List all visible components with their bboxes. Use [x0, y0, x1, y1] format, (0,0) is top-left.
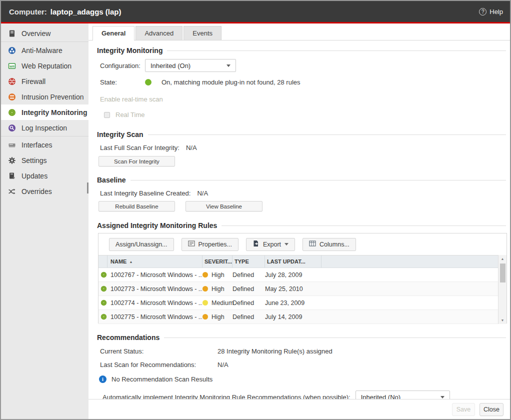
anti-malware-icon	[8, 46, 16, 54]
tab-advanced[interactable]: Advanced	[136, 26, 182, 40]
table-row[interactable]: 1002774 - Microsoft Windows - ... Medium…	[98, 296, 498, 310]
help-label: Help	[490, 8, 503, 16]
rule-last-updated: May 25, 2010	[265, 286, 322, 292]
rules-toolbar: Assign/Unassign... Properties... Export	[98, 234, 506, 255]
sidebar-item-label: Integrity Monitoring	[22, 108, 87, 116]
column-header-name[interactable]: NAME▲	[108, 256, 202, 268]
scrollbar-thumb[interactable]	[500, 264, 506, 282]
help-button[interactable]: ? Help	[479, 8, 503, 16]
scan-for-integrity-button[interactable]: Scan For Integrity	[98, 156, 175, 166]
table-row[interactable]: 1002773 - Microsoft Windows - ... High D…	[98, 282, 498, 296]
rule-name: 1002774 - Microsoft Windows - ...	[108, 300, 202, 306]
severity-label: Medium	[212, 300, 234, 306]
sidebar-item-label: Overrides	[22, 188, 52, 196]
scroll-down-icon[interactable]: ▼	[498, 316, 506, 324]
sidebar-item-overview[interactable]: Overview	[1, 26, 88, 41]
tab-bar: General Advanced Events	[88, 24, 510, 40]
rule-name: 1002773 - Microsoft Windows - ...	[108, 286, 202, 292]
state-value: On, matching module plug-in not found, 2…	[162, 78, 300, 86]
columns-icon	[309, 240, 316, 248]
enable-realtime-scan-label: Enable real-time scan	[97, 96, 506, 103]
rule-last-updated: July 14, 2009	[265, 314, 322, 320]
state-label: State:	[100, 78, 145, 86]
rebuild-baseline-button[interactable]: Rebuild Baseline	[98, 201, 175, 212]
svg-text:WR: WR	[10, 64, 15, 68]
last-baseline-value: N/A	[197, 190, 208, 197]
last-baseline-label: Last Integrity Baseline Created:	[100, 190, 190, 197]
last-full-scan-label: Last Full Scan For Integrity:	[100, 144, 180, 152]
section-title-recommendations: Recommendations	[97, 334, 506, 342]
section-title-integrity-scan: Integrity Scan	[97, 130, 506, 138]
severity-label: High	[212, 314, 224, 320]
rule-name: 1002775 - Microsoft Windows - ...	[108, 314, 202, 320]
chevron-down-icon	[284, 243, 288, 246]
real-time-checkbox[interactable]	[104, 112, 110, 118]
column-header-type[interactable]: TYPE	[232, 256, 265, 268]
column-header-last-updated[interactable]: LAST UPDAT...	[265, 256, 322, 268]
web-reputation-icon: WR	[8, 62, 16, 70]
severity-dot	[202, 286, 208, 292]
sidebar-item-firewall[interactable]: Firewall	[1, 74, 88, 89]
auto-implement-label: Automatically implement Integrity Monito…	[102, 394, 350, 399]
info-icon: i	[99, 376, 106, 383]
close-button[interactable]: Close	[480, 403, 504, 416]
rules-table-header: NAME▲ SEVERIT... TYPE LAST UPDAT...	[98, 255, 498, 268]
gear-icon	[8, 156, 16, 164]
severity-dot	[202, 272, 208, 278]
sidebar-item-label: Updates	[22, 172, 48, 180]
updates-icon	[8, 172, 16, 180]
sidebar-item-label: Log Inspection	[22, 124, 67, 132]
sidebar-item-interfaces[interactable]: Interfaces	[1, 137, 88, 152]
rule-name: 1002767 - Microsoft Windows - ...	[108, 272, 202, 278]
sidebar-item-updates[interactable]: Updates	[1, 168, 88, 184]
tab-general[interactable]: General	[92, 26, 134, 40]
rule-type: Defined	[232, 300, 265, 306]
export-button[interactable]: Export	[246, 238, 295, 251]
integrity-rule-icon	[98, 314, 108, 320]
tab-events[interactable]: Events	[184, 26, 222, 40]
table-scrollbar[interactable]: ▲ ▼	[498, 255, 506, 324]
sidebar-item-intrusion-prevention[interactable]: Intrusion Prevention	[1, 89, 88, 104]
view-baseline-button[interactable]: View Baseline	[186, 201, 262, 212]
section-title-integrity-monitoring: Integrity Monitoring	[97, 46, 506, 54]
save-button[interactable]: Save	[452, 403, 475, 416]
configuration-value: Inherited (On)	[150, 62, 190, 70]
overview-icon	[8, 29, 16, 38]
severity-label: High	[212, 272, 224, 278]
firewall-icon	[8, 77, 16, 86]
integrity-monitoring-icon	[8, 108, 16, 116]
assign-unassign-button[interactable]: Assign/Unassign...	[109, 238, 174, 251]
chevron-down-icon	[440, 396, 444, 398]
auto-implement-select[interactable]: Inherited (No)	[356, 390, 450, 399]
rule-type: Defined	[232, 286, 265, 292]
properties-button[interactable]: Properties...	[182, 238, 238, 251]
page-title-prefix: Computer:	[9, 8, 47, 16]
sidebar-divider	[1, 136, 88, 136]
sidebar-item-label: Intrusion Prevention	[22, 93, 84, 101]
sidebar-item-web-reputation[interactable]: WR Web Reputation	[1, 58, 88, 74]
sidebar-item-log-inspection[interactable]: Log Inspection	[1, 120, 88, 136]
column-header-severity[interactable]: SEVERIT...	[202, 256, 232, 268]
sidebar-scrollbar-thumb[interactable]	[87, 182, 88, 194]
last-recommendation-scan-value: N/A	[218, 361, 228, 368]
sidebar-item-overrides[interactable]: Overrides	[1, 184, 88, 199]
auto-implement-value: Inherited (No)	[361, 394, 400, 399]
rule-last-updated: July 28, 2009	[265, 272, 322, 278]
sidebar-divider	[1, 42, 88, 42]
table-row[interactable]: 1002775 - Microsoft Windows - ... High D…	[98, 310, 498, 324]
log-inspection-icon	[8, 124, 16, 132]
last-recommendation-scan-label: Last Scan for Recommendations:	[100, 361, 218, 368]
table-row[interactable]: 1002767 - Microsoft Windows - ... High D…	[98, 268, 498, 282]
general-tab-content: Integrity Monitoring Configuration: Inhe…	[88, 40, 510, 399]
sidebar-item-label: Settings	[22, 156, 47, 164]
configuration-select[interactable]: Inherited (On)	[145, 59, 236, 72]
no-recommendation-results-text: No Recommendation Scan Results	[112, 376, 212, 383]
scroll-up-icon[interactable]: ▲	[498, 255, 506, 262]
rule-last-updated: June 23, 2009	[265, 300, 322, 306]
sidebar-item-integrity-monitoring[interactable]: Integrity Monitoring	[1, 104, 88, 120]
sidebar-item-anti-malware[interactable]: Anti-Malware	[1, 42, 88, 58]
assigned-rules-panel: Assign/Unassign... Properties... Export	[98, 233, 507, 324]
sidebar-item-label: Firewall	[22, 78, 46, 86]
columns-button[interactable]: Columns...	[302, 238, 356, 251]
sidebar-item-settings[interactable]: Settings	[1, 152, 88, 168]
